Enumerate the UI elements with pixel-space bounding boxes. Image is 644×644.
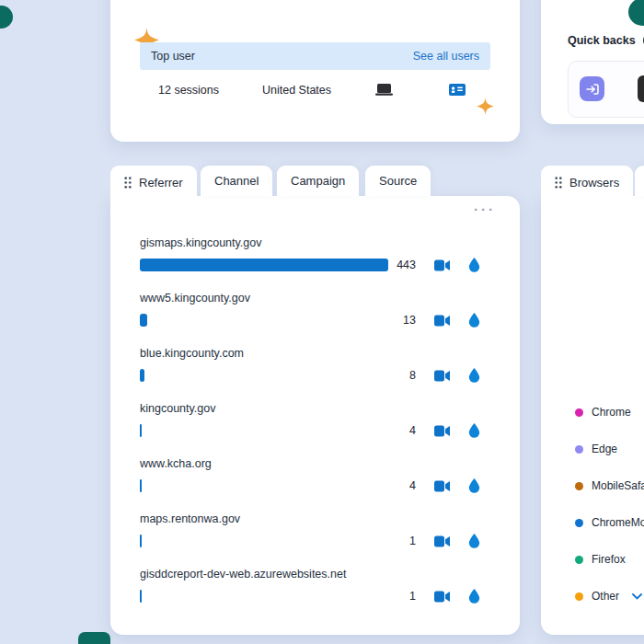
legend-dot-icon [575,445,583,454]
tab-partial[interactable] [635,166,644,196]
referrer-bar [140,424,142,437]
row-video-button[interactable] [434,425,450,437]
tab-browsers[interactable]: Browsers [541,166,633,200]
referrer-value: 4 [388,424,416,437]
video-camera-icon [434,315,450,327]
bar-track [140,259,388,271]
tab-source[interactable]: Source [365,166,431,196]
row-drop-button[interactable] [468,368,480,383]
legend-dot-icon [575,592,583,601]
video-camera-icon [434,370,450,382]
drag-handle-icon[interactable] [124,177,132,189]
row-video-button[interactable] [434,591,450,603]
see-all-users-link[interactable]: See all users [413,50,479,63]
row-video-button[interactable] [434,370,450,382]
referrer-row: www5.kingcounty.gov13 [140,292,496,347]
referrer-value: 8 [388,369,416,382]
referrer-domain-label: www5.kingcounty.gov [140,292,496,305]
legend-label: Firefox [592,553,626,566]
video-camera-icon [434,480,450,492]
laptop-icon [375,84,393,96]
row-drop-button[interactable] [468,589,480,604]
water-drop-icon [468,368,480,383]
referrer-value: 443 [388,259,416,271]
id-card-icon [449,84,466,96]
top-user-card: Top user See all users 12 sessions Unite… [110,0,520,142]
panel-menu-button[interactable]: ··· [474,201,496,217]
water-drop-icon [468,478,480,493]
row-video-button[interactable] [434,535,450,547]
row-video-button[interactable] [434,259,450,271]
referrer-rows: gismaps.kingcounty.gov443www5.kingcounty… [140,236,496,623]
chevron-down-icon [632,593,642,600]
legend-dot-icon [575,556,583,564]
video-camera-icon [434,535,450,547]
row-drop-button[interactable] [468,313,480,328]
water-drop-icon [468,534,480,548]
bar-line: 1 [140,534,496,548]
video-camera-icon [434,425,450,437]
quick-backs-card: Quick backs 1 [541,0,644,124]
legend-dot-icon [575,519,583,527]
row-video-button[interactable] [434,480,450,492]
bar-track [140,424,388,437]
referrer-bar [140,479,142,492]
drag-handle-icon[interactable] [555,177,562,189]
decor-circle-top-left [0,6,13,29]
row-drop-button[interactable] [468,478,480,493]
country-value: United States [262,84,331,97]
referrer-bar [140,259,388,271]
referrer-domain-label: kingcounty.gov [140,402,496,415]
tab-referrer[interactable]: Referrer [110,166,197,200]
bar-track [140,369,388,382]
legend-label: ChromeMobile [592,516,644,529]
legend-dot-icon [575,408,583,417]
tab-channel[interactable]: Channel [201,166,272,196]
row-drop-button[interactable] [468,258,480,272]
legend-item[interactable]: Other [575,590,644,603]
bar-line: 4 [140,423,496,438]
legend-item[interactable]: Edge [575,443,644,455]
decor-shape-bottom-left [78,632,110,644]
top-user-banner: Top user See all users [140,42,490,70]
tab-label: Source [379,174,417,188]
top-user-label: Top user [151,50,195,63]
water-drop-icon [468,258,480,272]
row-drop-button[interactable] [468,534,480,548]
legend-item[interactable]: ChromeMobile [575,516,644,529]
legend-item[interactable]: MobileSafari [575,479,644,492]
tab-label: Campaign [291,174,345,188]
top-user-row: 12 sessions United States [110,81,520,101]
referrer-domain-label: gisddcreport-dev-web.azurewebsites.net [140,568,496,581]
tab-label: Browsers [569,176,619,190]
row-drop-button[interactable] [468,423,480,438]
referrer-value: 1 [388,535,416,547]
bar-track [140,479,388,492]
tab-campaign[interactable]: Campaign [277,166,359,196]
sessions-value: 12 sessions [158,84,219,97]
referrer-row: www.kcha.org4 [140,457,496,512]
referrer-domain-label: blue.kingcounty.com [140,347,496,360]
referrer-value: 13 [388,314,416,327]
video-camera-icon [434,591,450,603]
legend-item[interactable]: Firefox [575,553,644,566]
tab-label: Channel [214,174,259,188]
water-drop-icon [468,313,480,328]
row-video-button[interactable] [434,315,450,327]
legend-dot-icon [575,482,583,490]
quick-backs-label: Quick backs [568,34,636,47]
referrer-row: kingcounty.gov4 [140,402,496,457]
bar-track [140,535,388,547]
bar-line: 443 [140,258,496,272]
legend-item[interactable]: Chrome [575,406,644,419]
quick-back-tile[interactable] [568,61,644,118]
referrer-row: gisddcreport-dev-web.azurewebsites.net1 [140,568,496,623]
referrer-value: 1 [388,590,416,603]
referrer-bar [140,590,142,603]
bar-track [140,590,388,603]
video-camera-icon [434,259,450,271]
chevron-down-button[interactable] [632,593,642,600]
legend-label: Chrome [592,406,631,419]
referrer-row: maps.rentonwa.gov1 [140,512,496,568]
cut-off-icon [638,75,644,102]
